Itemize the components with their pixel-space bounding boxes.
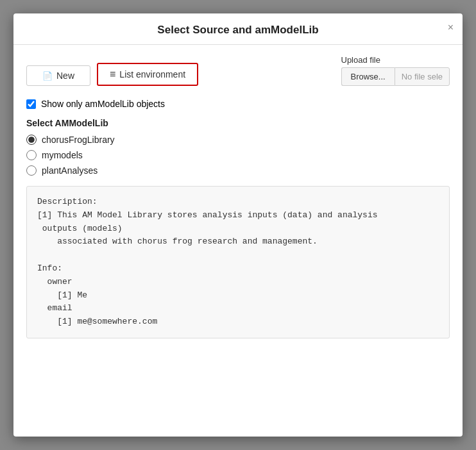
show-ammodelobj-checkbox[interactable] [26,99,36,109]
document-icon [42,71,53,81]
list-environment-label: List environment [119,69,185,79]
dialog-header: Select Source and amModelLib × [13,13,463,45]
plantanalyses-radio[interactable] [26,165,37,176]
list-icon [110,69,115,80]
dialog-body: New List environment Upload file Browse.… [13,45,463,437]
browse-button[interactable]: Browse... [341,67,395,86]
list-item[interactable]: chorusFrogLibrary [26,135,450,145]
plantanalyses-label: plantAnalyses [42,165,98,176]
mymodels-radio[interactable] [26,150,37,160]
library-radio-group: chorusFrogLibrary mymodels plantAnalyses [26,135,450,176]
show-ammodelobj-label[interactable]: Show only amModelLib objects [41,99,165,109]
new-button-label: New [56,71,74,81]
dialog-title: Select Source and amModelLib [157,24,318,36]
upload-label: Upload file [341,55,380,65]
list-item[interactable]: plantAnalyses [26,165,450,176]
select-source-dialog: Select Source and amModelLib × New List … [13,13,463,437]
chorusfroglib-label: chorusFrogLibrary [42,135,115,145]
new-button[interactable]: New [26,65,90,86]
upload-section: Upload file Browse... No file sele [341,55,450,86]
list-environment-button[interactable]: List environment [97,63,198,86]
toolbar-row: New List environment Upload file Browse.… [26,55,450,86]
description-box: Description: [1] This AM Model Library s… [26,186,450,338]
no-file-indicator: No file sele [395,67,450,86]
filter-checkbox-row[interactable]: Show only amModelLib objects [26,99,450,109]
select-ammodelllib-title: Select AMModelLib [26,118,450,128]
upload-controls: Browse... No file sele [341,67,450,86]
close-button[interactable]: × [448,22,454,33]
list-item[interactable]: mymodels [26,150,450,160]
chorusfroglib-radio[interactable] [26,135,37,145]
mymodels-label: mymodels [42,150,83,160]
